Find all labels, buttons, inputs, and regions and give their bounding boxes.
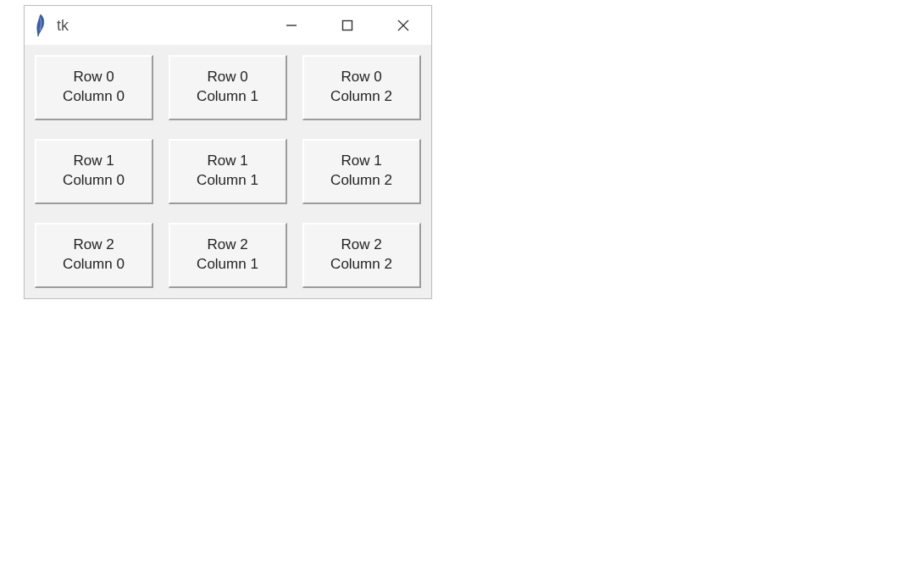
- feather-icon: [33, 14, 48, 37]
- button-grid: Row 0 Column 0 Row 0 Column 1 Row 0 Colu…: [25, 45, 431, 298]
- grid-button-r1c2[interactable]: Row 1 Column 2: [302, 139, 421, 204]
- grid-button-r1c1[interactable]: Row 1 Column 1: [169, 139, 287, 204]
- window-title: tk: [57, 17, 69, 35]
- grid-button-r0c0[interactable]: Row 0 Column 0: [35, 55, 153, 120]
- grid-button-r0c1[interactable]: Row 0 Column 1: [169, 55, 287, 120]
- close-button[interactable]: [375, 6, 431, 45]
- grid-button-r2c0[interactable]: Row 2 Column 0: [35, 223, 153, 288]
- close-icon: [396, 19, 410, 32]
- app-window: tk Row 0 Column 0 Row 0 Column 1 Row 0 C…: [24, 5, 432, 299]
- svg-rect-1: [343, 21, 352, 31]
- minimize-icon: [286, 19, 297, 31]
- grid-button-r2c2[interactable]: Row 2 Column 2: [302, 223, 421, 288]
- grid-button-r1c0[interactable]: Row 1 Column 0: [35, 139, 153, 204]
- maximize-button[interactable]: [319, 6, 375, 45]
- maximize-icon: [341, 19, 353, 31]
- grid-button-r2c1[interactable]: Row 2 Column 1: [169, 223, 287, 288]
- grid-button-r0c2[interactable]: Row 0 Column 2: [302, 55, 421, 120]
- minimize-button[interactable]: [263, 6, 319, 45]
- titlebar[interactable]: tk: [25, 6, 431, 45]
